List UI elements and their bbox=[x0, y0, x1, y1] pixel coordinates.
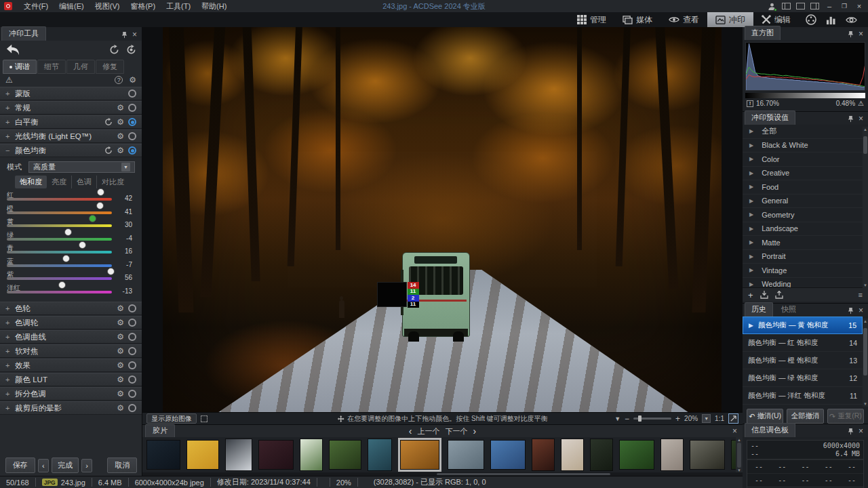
slider-track[interactable] bbox=[7, 198, 112, 201]
expand-icon[interactable]: + bbox=[5, 89, 11, 98]
section-效果[interactable]: +效果⚙ bbox=[0, 359, 142, 372]
close-panel-icon[interactable]: × bbox=[859, 427, 863, 435]
section-常规[interactable]: +常规⚙ bbox=[0, 101, 142, 115]
history-tab-快照[interactable]: 快照 bbox=[775, 303, 802, 317]
section-color-eq[interactable]: − 颜色均衡 ⚙ bbox=[0, 144, 142, 157]
reset-section-icon[interactable] bbox=[104, 146, 113, 155]
menu-item[interactable]: 窗格(P) bbox=[125, 1, 160, 12]
slider-thumb[interactable] bbox=[64, 228, 72, 236]
expand-icon[interactable]: + bbox=[5, 347, 11, 355]
history-item[interactable]: 颜色均衡 — 洋红 饱和度11 bbox=[743, 387, 863, 405]
minimize-button[interactable]: – bbox=[825, 2, 834, 10]
zoom-slider-handle[interactable] bbox=[638, 415, 642, 422]
preset-category-row[interactable]: ▶全部 bbox=[743, 125, 863, 139]
slider-thumb[interactable] bbox=[58, 281, 66, 289]
preset-category-row[interactable]: ▶Portrait bbox=[743, 250, 863, 264]
pin-icon[interactable] bbox=[848, 115, 854, 123]
expand-arrow-icon[interactable]: ▶ bbox=[749, 239, 753, 245]
expand-icon[interactable]: + bbox=[5, 319, 11, 327]
menu-item[interactable]: 工具(T) bbox=[161, 1, 195, 12]
expand-arrow-icon[interactable]: ▶ bbox=[749, 156, 753, 162]
show-original-button[interactable]: 显示原始图像 bbox=[146, 413, 197, 424]
section-enable-toggle[interactable] bbox=[128, 347, 136, 355]
mode-dropdown[interactable]: 高质量 ▼ bbox=[28, 161, 135, 173]
preset-category-row[interactable]: ▶Matte bbox=[743, 236, 863, 250]
thumbnail[interactable] bbox=[532, 439, 555, 471]
expand-icon[interactable]: + bbox=[5, 304, 11, 312]
preview-dropdown-icon[interactable]: ▼ bbox=[614, 415, 620, 422]
help-icon[interactable]: ? bbox=[115, 76, 123, 84]
scroll-down-icon[interactable]: ▼ bbox=[863, 402, 868, 406]
preset-category-row[interactable]: ▶Food bbox=[743, 180, 863, 195]
gear-icon[interactable]: ⚙ bbox=[117, 347, 124, 355]
thumbnail[interactable] bbox=[590, 439, 613, 471]
cancel-button[interactable]: 取消 bbox=[107, 458, 137, 473]
expand-icon[interactable]: + bbox=[5, 361, 11, 369]
gear-icon[interactable]: ⚙ bbox=[117, 404, 124, 412]
expand-icon[interactable]: + bbox=[5, 375, 11, 384]
preset-sync-gear-icon[interactable] bbox=[126, 45, 136, 55]
gear-icon[interactable]: ⚙ bbox=[117, 361, 124, 369]
section-enable-toggle[interactable] bbox=[128, 132, 136, 140]
scrollbar-thumb[interactable] bbox=[437, 473, 611, 475]
reset-section-icon[interactable] bbox=[104, 118, 113, 126]
pin-icon[interactable] bbox=[848, 30, 854, 38]
slider-track[interactable] bbox=[7, 264, 112, 267]
expand-arrow-icon[interactable]: ▶ bbox=[749, 253, 753, 260]
section-enable-toggle[interactable] bbox=[128, 390, 136, 398]
collapse-icon[interactable]: − bbox=[5, 146, 11, 155]
expand-arrow-icon[interactable]: ▶ bbox=[749, 170, 753, 176]
zoom-in-button[interactable]: + bbox=[675, 414, 680, 424]
layout-right-icon[interactable] bbox=[810, 3, 819, 9]
expand-icon[interactable]: + bbox=[5, 132, 11, 140]
mode-tab-冲印[interactable]: 冲印 bbox=[707, 12, 753, 27]
thumbnail[interactable] bbox=[368, 439, 392, 471]
subtab-色调[interactable]: 色调 bbox=[72, 176, 97, 188]
develop-tab-细节[interactable]: 细节 bbox=[37, 60, 66, 74]
presets-scrollbar[interactable]: ▲ ▼ bbox=[863, 127, 868, 288]
preset-category-row[interactable]: ▶Vintage bbox=[743, 264, 863, 278]
section-enable-toggle[interactable] bbox=[128, 375, 136, 384]
expand-arrow-icon[interactable]: ▶ bbox=[749, 226, 753, 232]
menu-item[interactable]: 视图(V) bbox=[90, 1, 125, 12]
thumbnail[interactable] bbox=[690, 440, 725, 470]
close-panel-icon[interactable]: × bbox=[132, 30, 137, 39]
pin-icon[interactable] bbox=[121, 31, 127, 39]
close-filmstrip-icon[interactable]: × bbox=[727, 426, 743, 436]
history-item[interactable]: 颜色均衡 — 红 饱和度14 bbox=[743, 334, 863, 352]
mode-tab-管理[interactable]: 管理 bbox=[569, 12, 614, 27]
selection-preview-icon[interactable] bbox=[201, 415, 208, 422]
expand-icon[interactable]: + bbox=[5, 404, 11, 412]
layout-full-icon[interactable] bbox=[796, 3, 805, 9]
undo-button[interactable]: ↶撤消(U) bbox=[747, 409, 783, 424]
section-enable-toggle[interactable] bbox=[128, 319, 136, 327]
user-account-icon[interactable] bbox=[768, 2, 776, 11]
thumbnail[interactable] bbox=[146, 440, 180, 470]
scroll-up-icon[interactable]: ▲ bbox=[863, 319, 868, 323]
mode-tab-编辑[interactable]: 编辑 bbox=[753, 12, 799, 27]
expand-arrow-icon[interactable]: ▶ bbox=[749, 198, 753, 204]
share-preset-icon[interactable] bbox=[775, 291, 783, 299]
preset-menu-icon[interactable]: ≡ bbox=[859, 291, 863, 299]
prev-icon[interactable]: ‹ bbox=[409, 426, 412, 436]
preset-category-row[interactable]: ▶Landscape bbox=[743, 222, 863, 237]
prev-label[interactable]: 上一个 bbox=[418, 426, 440, 436]
expand-icon[interactable]: + bbox=[5, 118, 11, 126]
close-panel-icon[interactable]: × bbox=[859, 306, 863, 314]
section-光线均衡 (Light EQ™)[interactable]: +光线均衡 (Light EQ™)⚙ bbox=[0, 129, 142, 143]
section-enable-toggle[interactable] bbox=[128, 361, 136, 369]
gear-icon[interactable]: ⚙ bbox=[117, 118, 124, 126]
scroll-up-icon[interactable]: ▲ bbox=[863, 127, 868, 131]
develop-tab-修复[interactable]: 修复 bbox=[96, 60, 124, 74]
section-颜色 LUT[interactable]: +颜色 LUT⚙ bbox=[0, 373, 142, 386]
subtab-对比度[interactable]: 对比度 bbox=[97, 176, 129, 188]
slider-track[interactable] bbox=[7, 211, 112, 214]
pin-icon[interactable] bbox=[848, 307, 854, 314]
preset-category-row[interactable]: ▶General bbox=[743, 195, 863, 209]
section-enable-toggle[interactable] bbox=[128, 404, 136, 412]
filmstrip-tab[interactable]: 胶片 bbox=[145, 424, 175, 437]
thumbnail[interactable] bbox=[225, 439, 252, 471]
develop-tab-调谐[interactable]: 调谐 bbox=[3, 60, 37, 74]
subtab-亮度[interactable]: 亮度 bbox=[47, 176, 72, 188]
slider-thumb[interactable] bbox=[96, 202, 104, 209]
